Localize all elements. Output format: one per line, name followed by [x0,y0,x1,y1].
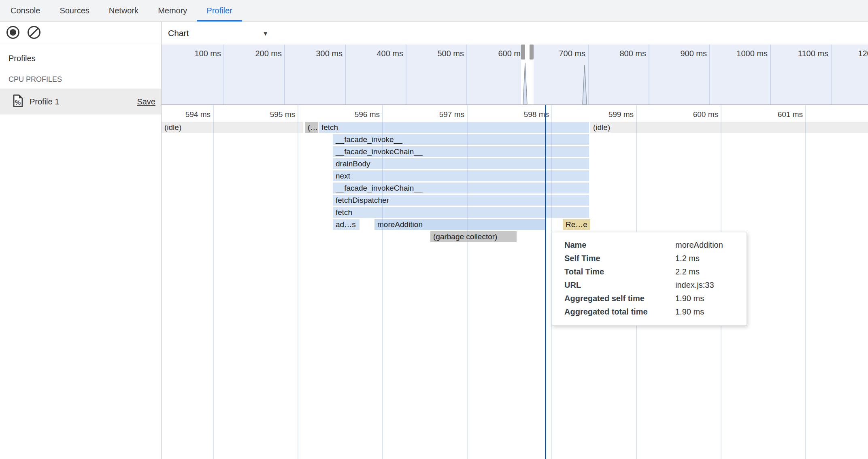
ruler-tick-label: 600 ms [666,110,718,119]
flame-block-garbage-collector[interactable]: (garbage collector) [430,231,517,242]
svg-text:%: % [15,99,21,106]
tab-memory[interactable]: Memory [148,0,197,21]
flame-block-idle[interactable]: (idle) [162,122,303,133]
profiler-toolbar [0,22,161,43]
ruler-gridline [805,105,806,459]
profile-list: %Profile 1Save [0,89,161,115]
tooltip-row: NamemoreAddition [552,238,747,252]
flame-block-drainbody[interactable]: drainBody [333,158,589,169]
tab-network[interactable]: Network [99,0,148,21]
ruler-tick-label: 597 ms [412,110,464,119]
flame-block-facade-invokechain[interactable]: __facade_invokeChain__ [333,183,589,193]
ruler-tick-label: 599 ms [581,110,634,119]
flame-block-moreaddition[interactable]: moreAddition [374,219,546,230]
activity-spikes [162,45,868,104]
tooltip-row: Aggregated self time1.90 ms [552,292,747,305]
cpu-profiles-section-label: CPU PROFILES [9,75,161,84]
ruler-gridline [467,105,468,459]
flame-block-facade-invoke[interactable]: __facade_invoke__ [333,134,589,145]
flame-block-facade-invokechain[interactable]: __facade_invokeChain__ [333,146,589,157]
tooltip-label: Total Time [564,265,604,278]
timeline-overview[interactable]: 100 ms200 ms300 ms400 ms500 ms600 ms700 … [162,45,868,105]
tooltip-label: URL [564,278,581,292]
tooltip-value: 1.2 ms [675,252,700,265]
devtools-window: ConsoleSourcesNetworkMemoryProfiler Prof… [0,0,868,459]
flame-block-next[interactable]: next [333,170,589,181]
dropdown-arrow-icon: ▼ [262,30,268,37]
view-mode-select[interactable]: Chart ▼ [162,28,272,38]
tooltip-value: 1.90 ms [675,292,704,305]
profile-document-icon: % [13,94,23,109]
flame-block-fetchdispatcher[interactable]: fetchDispatcher [333,195,589,206]
sidebar: Profiles CPU PROFILES %Profile 1Save [0,22,162,459]
selection-handle-left[interactable] [521,45,525,60]
tooltip-value: index.js:33 [675,278,714,292]
profiler-main-pane: Chart ▼ 100 ms200 ms300 ms400 ms500 ms60… [162,22,868,459]
ruler-tick-label: 595 ms [243,110,295,119]
flame-block-re-e[interactable]: Re…e [563,219,590,230]
flame-block-ad-s[interactable]: ad…s [333,219,360,230]
ruler-tick-label: 598 ms [496,110,549,119]
view-mode-value: Chart [168,28,189,38]
profile-list-item[interactable]: %Profile 1Save [0,89,161,115]
flame-block-fetch[interactable]: fetch [333,207,589,218]
save-profile-link[interactable]: Save [137,97,155,106]
ruler-tick-label: 594 ms [162,110,211,119]
tooltip-label: Self Time [564,252,600,265]
record-button[interactable] [6,26,19,39]
ruler-gridline [382,105,383,459]
flame-chart[interactable]: 594 ms595 ms596 ms597 ms598 ms599 ms600 … [162,105,868,459]
tooltip-label: Name [564,238,586,252]
tooltip-value: 1.90 ms [675,305,704,319]
flame-block-idle[interactable]: (idle) [590,122,868,133]
flame-block-block[interactable]: (… [305,122,318,133]
tooltip-value: moreAddition [675,238,723,252]
profiles-heading: Profiles [9,54,161,63]
ruler-tick-label: 596 ms [327,110,380,119]
clear-icon [30,28,38,37]
playhead-line [545,105,546,459]
tooltip-row: Total Time2.2 ms [552,265,747,278]
tooltip-row: URLindex.js:33 [552,278,747,292]
tooltip-value: 2.2 ms [675,265,700,278]
tab-console[interactable]: Console [1,0,50,21]
tooltip-row: Aggregated total time1.90 ms [552,305,747,319]
tab-profiler[interactable]: Profiler [197,0,242,21]
ruler-tick-label: 601 ms [750,110,803,119]
profile-name: Profile 1 [30,97,131,106]
ruler-gridline [213,105,214,459]
tabbar: ConsoleSourcesNetworkMemoryProfiler [0,0,868,22]
flame-block-tooltip: NamemoreAdditionSelf Time1.2 msTotal Tim… [552,232,747,326]
tooltip-label: Aggregated total time [564,305,648,319]
clear-button[interactable] [28,26,40,39]
tab-sources[interactable]: Sources [50,0,99,21]
tooltip-row: Self Time1.2 ms [552,252,747,265]
record-icon [10,29,16,36]
ruler-gridline [298,105,298,459]
selection-handle-right[interactable] [530,45,534,60]
flame-block-fetch[interactable]: fetch [319,122,589,133]
view-toolbar: Chart ▼ [162,22,868,45]
tooltip-label: Aggregated self time [564,292,645,305]
